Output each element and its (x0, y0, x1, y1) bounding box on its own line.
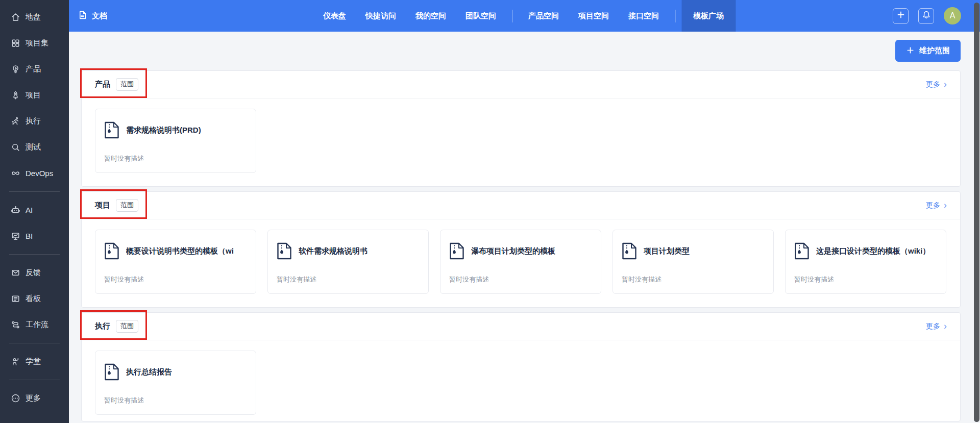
topnav-divider (512, 10, 512, 22)
template-card[interactable]: 项目计划类型 暂时没有描述 (612, 230, 774, 294)
document-icon (78, 10, 87, 21)
card-header: 项目计划类型 (622, 242, 767, 260)
topnav-item-product-space[interactable]: 产品空间 (519, 0, 569, 32)
sidebar-item-workflow[interactable]: 工作流 (0, 312, 69, 338)
sidebar-item-product[interactable]: 产品 (0, 56, 69, 82)
sidebar-item-execution[interactable]: 执行 (0, 108, 69, 134)
sidebar-item-label: 项目集 (26, 38, 48, 48)
template-doc-icon (104, 363, 119, 381)
sidebar-item-label: BI (26, 232, 33, 240)
add-button[interactable] (893, 8, 909, 24)
template-section-project: 项目 范围 更多 › 概要设计说明书类型的模板（wi 暂时没有描述 软件需求规格… (81, 191, 961, 308)
topnav-divider (675, 10, 675, 22)
sidebar-item-label: 反馈 (26, 268, 41, 278)
topnav-item-label: 项目空间 (578, 11, 609, 21)
scope-badge: 范围 (116, 320, 138, 333)
sidebar-item-home[interactable]: 地盘 (0, 4, 69, 30)
card-title: 瀑布项目计划类型的模板 (471, 246, 555, 256)
section-title: 执行 (95, 321, 110, 331)
lightbulb-icon (11, 64, 20, 74)
topnav-item-label: 产品空间 (528, 11, 559, 21)
card-title: 项目计划类型 (644, 246, 690, 256)
section-header: 项目 范围 更多 › (82, 192, 960, 219)
card-header: 这是接口设计类型的模板（wiki） (794, 242, 940, 260)
topnav-item-quick-access[interactable]: 快捷访问 (356, 0, 406, 32)
sidebar-nav: 地盘 项目集 产品 项目 执行 测试 DevOps AI BI 反馈 看板 (0, 0, 69, 423)
template-doc-icon (622, 242, 637, 260)
more-link-label: 更多 (926, 322, 940, 331)
topnav-item-project-space[interactable]: 项目空间 (569, 0, 619, 32)
section-title: 产品 (95, 80, 110, 89)
scope-badge: 范围 (116, 199, 138, 212)
more-link[interactable]: 更多 › (926, 201, 947, 210)
template-card[interactable]: 软件需求规格说明书 暂时没有描述 (267, 230, 429, 294)
card-header: 瀑布项目计划类型的模板 (449, 242, 595, 260)
chevron-right-icon: › (944, 80, 947, 89)
more-link[interactable]: 更多 › (926, 80, 947, 89)
more-link[interactable]: 更多 › (926, 322, 947, 331)
maintain-scope-button[interactable]: 维护范围 (895, 40, 961, 62)
sidebar-item-program[interactable]: 项目集 (0, 30, 69, 56)
card-description: 暂时没有描述 (104, 275, 144, 284)
topnav-item-label: 我的空间 (415, 11, 446, 21)
topnav-item-api-space[interactable]: 接口空间 (619, 0, 669, 32)
app-switcher[interactable]: 文档 (78, 0, 107, 32)
topnav-item-label: 仪表盘 (323, 11, 346, 21)
topnav-item-my-space[interactable]: 我的空间 (406, 0, 456, 32)
more-link-label: 更多 (926, 201, 940, 210)
rocket-icon (11, 90, 20, 100)
sidebar-item-label: DevOps (26, 169, 53, 178)
section-title: 项目 (95, 201, 110, 210)
magnifier-icon (11, 142, 20, 152)
infinity-icon (11, 168, 20, 178)
topnav-item-label: 接口空间 (628, 11, 659, 21)
sidebar-item-label: 学堂 (26, 357, 41, 366)
template-card[interactable]: 这是接口设计类型的模板（wiki） 暂时没有描述 (785, 230, 946, 294)
topnav-item-label: 模板广场 (693, 11, 724, 21)
scope-badge: 范围 (116, 78, 138, 91)
card-description: 暂时没有描述 (794, 275, 834, 284)
sidebar-item-devops[interactable]: DevOps (0, 160, 69, 186)
sidebar-item-bi[interactable]: BI (0, 223, 69, 249)
topnav-item-dashboard[interactable]: 仪表盘 (313, 0, 356, 32)
section-header: 执行 范围 更多 › (82, 313, 960, 340)
main-content: 维护范围 产品 范围 更多 › 需求规格说明书(PRD) 暂时没有描述 项目 范… (69, 32, 980, 423)
topnav-item-label: 团队空间 (465, 11, 496, 21)
teacher-icon (11, 357, 20, 366)
template-card[interactable]: 概要设计说明书类型的模板（wi 暂时没有描述 (95, 230, 256, 294)
sidebar-item-ai[interactable]: AI (0, 197, 69, 223)
template-section-product: 产品 范围 更多 › 需求规格说明书(PRD) 暂时没有描述 (81, 70, 961, 187)
page-scrollbar[interactable] (974, 3, 979, 422)
sidebar-item-school[interactable]: 学堂 (0, 349, 69, 375)
grid-icon (11, 38, 20, 48)
runner-icon (11, 116, 20, 126)
template-doc-icon (449, 242, 464, 260)
sidebar-item-test[interactable]: 测试 (0, 134, 69, 160)
sidebar-item-label: 看板 (26, 294, 41, 304)
sidebar-divider (9, 380, 60, 380)
chevron-right-icon: › (944, 321, 947, 331)
template-card[interactable]: 瀑布项目计划类型的模板 暂时没有描述 (440, 230, 601, 294)
template-doc-icon (104, 121, 119, 139)
template-card[interactable]: 需求规格说明书(PRD) 暂时没有描述 (95, 109, 256, 173)
topnav-item-team-space[interactable]: 团队空间 (456, 0, 506, 32)
template-card[interactable]: 执行总结报告 暂时没有描述 (95, 351, 256, 415)
mail-icon (11, 268, 20, 278)
template-doc-icon (794, 242, 810, 260)
sidebar-item-project[interactable]: 项目 (0, 82, 69, 108)
avatar[interactable]: A (944, 7, 961, 24)
sidebar-item-more[interactable]: 更多 (0, 385, 69, 411)
topnav-item-template-market[interactable]: 模板广场 (681, 0, 736, 32)
notifications-button[interactable] (918, 8, 934, 24)
sidebar-item-label: 测试 (26, 142, 41, 152)
card-title: 软件需求规格说明书 (299, 246, 368, 256)
avatar-letter: A (950, 11, 955, 20)
more-icon (11, 393, 20, 403)
sidebar-item-feedback[interactable]: 反馈 (0, 260, 69, 286)
more-link-label: 更多 (926, 80, 940, 89)
sidebar-item-label: 执行 (26, 116, 41, 126)
sections-container: 产品 范围 更多 › 需求规格说明书(PRD) 暂时没有描述 项目 范围 更多 … (81, 70, 961, 421)
card-title: 概要设计说明书类型的模板（wi (126, 246, 234, 256)
sidebar-item-kanban[interactable]: 看板 (0, 286, 69, 312)
section-header: 产品 范围 更多 › (82, 71, 960, 98)
